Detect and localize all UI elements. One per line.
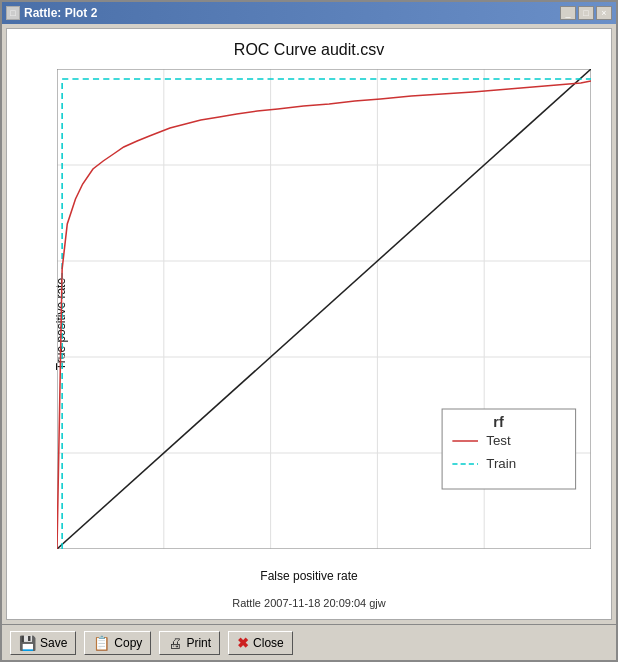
print-label: Print: [186, 636, 211, 650]
svg-text:Train: Train: [486, 456, 516, 471]
close-button[interactable]: ✖ Close: [228, 631, 293, 655]
close-label: Close: [253, 636, 284, 650]
copy-button[interactable]: 📋 Copy: [84, 631, 151, 655]
copy-label: Copy: [114, 636, 142, 650]
title-bar-left: □ Rattle: Plot 2: [6, 6, 97, 20]
close-window-button[interactable]: ×: [596, 6, 612, 20]
save-label: Save: [40, 636, 67, 650]
window-icon: □: [6, 6, 20, 20]
close-icon: ✖: [237, 635, 249, 651]
print-icon: 🖨: [168, 635, 182, 651]
svg-text:rf: rf: [493, 414, 504, 430]
print-button[interactable]: 🖨 Print: [159, 631, 220, 655]
svg-rect-28: [442, 409, 575, 489]
title-bar: □ Rattle: Plot 2 _ □ ×: [2, 2, 616, 24]
toolbar: 💾 Save 📋 Copy 🖨 Print ✖ Close: [2, 624, 616, 660]
minimize-button[interactable]: _: [560, 6, 576, 20]
plot-footer: Rattle 2007-11-18 20:09:04 gjw: [7, 597, 611, 609]
window-title: Rattle: Plot 2: [24, 6, 97, 20]
x-axis-label: False positive rate: [260, 569, 357, 583]
save-button[interactable]: 💾 Save: [10, 631, 76, 655]
main-window: □ Rattle: Plot 2 _ □ × ROC Curve audit.c…: [0, 0, 618, 662]
chart-svg: 0.0 0.2 0.4 0.6 0.8 1.0 0.0 0.2 0.4 0.6 …: [57, 69, 591, 549]
plot-area: ROC Curve audit.csv True positive rate F…: [6, 28, 612, 620]
svg-text:Test: Test: [486, 433, 511, 448]
save-icon: 💾: [19, 635, 36, 651]
copy-icon: 📋: [93, 635, 110, 651]
plot-title: ROC Curve audit.csv: [7, 41, 611, 59]
maximize-button[interactable]: □: [578, 6, 594, 20]
chart-container: 0.0 0.2 0.4 0.6 0.8 1.0 0.0 0.2 0.4 0.6 …: [57, 69, 591, 549]
title-bar-controls: _ □ ×: [560, 6, 612, 20]
